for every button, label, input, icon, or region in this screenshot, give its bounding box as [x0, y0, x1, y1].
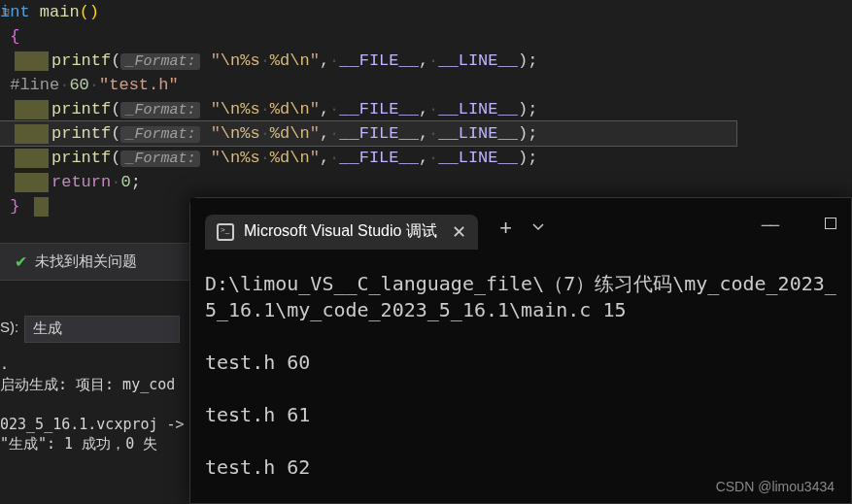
fold-minus-icon[interactable]: ⊟ — [0, 0, 13, 24]
macro-line: __LINE__ — [438, 51, 518, 70]
code-line: printf(_Format: "\n%s·%d\n",·__FILE__,·_… — [0, 97, 852, 121]
keyword-return: return — [51, 173, 111, 191]
terminal-icon — [217, 223, 234, 241]
macro-file: __FILE__ — [339, 149, 419, 167]
terminal-line: test.h 62 — [205, 454, 836, 481]
number-literal: 0 — [120, 173, 130, 191]
macro-file: __FILE__ — [339, 124, 419, 143]
code-line: #line·60·"test.h" — [0, 73, 852, 97]
param-hint: _Format: — [120, 126, 200, 143]
maximize-icon[interactable] — [825, 218, 836, 229]
code-line: { — [0, 24, 852, 49]
terminal-window: Microsoft Visual Studio 调试 ✕ + ── D:\lim… — [189, 197, 852, 504]
indent-guide — [15, 51, 49, 71]
string-literal: "test.h" — [99, 76, 179, 94]
check-circle-icon: ✔ — [15, 252, 27, 271]
param-hint: _Format: — [120, 102, 200, 118]
param-hint: _Format: — [120, 151, 200, 167]
window-controls: ── — [762, 218, 836, 235]
output-source-label: S): — [0, 319, 18, 335]
terminal-line: test.h 61 — [205, 402, 836, 428]
terminal-tab-title: Microsoft Visual Studio 调试 — [244, 221, 437, 242]
terminal-tab[interactable]: Microsoft Visual Studio 调试 ✕ — [205, 215, 478, 250]
problems-status-bar[interactable]: ✔ 未找到相关问题 — [0, 243, 189, 280]
macro-file: __FILE__ — [339, 51, 419, 70]
function-call: printf — [51, 100, 111, 118]
code-line: printf(_Format: "\n%s·%d\n",·__FILE__,·_… — [0, 146, 852, 170]
code-line: ⊟int main() — [0, 0, 852, 24]
param-hint: _Format: — [120, 53, 200, 70]
macro-line: __LINE__ — [438, 149, 518, 167]
macro-line: __LINE__ — [438, 124, 518, 143]
new-tab-button[interactable]: + — [499, 218, 512, 242]
terminal-line: test.h 60 — [205, 350, 836, 376]
indent-guide — [15, 149, 49, 168]
function-call: printf — [51, 124, 111, 143]
terminal-output[interactable]: D:\limou_VS__C_language_file\（7）练习代码\my_… — [190, 252, 851, 500]
watermark: CSDN @limou3434 — [716, 479, 835, 494]
chevron-down-icon[interactable] — [531, 220, 545, 239]
output-log: . 启动生成: 项目: my_cod 023_5_16.1.vcxproj ->… — [0, 354, 189, 454]
function-call: printf — [51, 149, 111, 167]
output-source-dropdown[interactable]: 生成 — [24, 316, 180, 343]
no-issues-text: 未找到相关问题 — [35, 252, 137, 271]
terminal-titlebar[interactable]: Microsoft Visual Studio 调试 ✕ + ── — [190, 198, 851, 252]
indent-guide — [15, 173, 49, 192]
code-line: printf(_Format: "\n%s·%d\n",·__FILE__,·_… — [0, 49, 852, 73]
brace-open: { — [10, 27, 19, 46]
minimize-icon[interactable]: ── — [762, 218, 778, 235]
code-line-active: printf(_Format: "\n%s·%d\n",·__FILE__,·_… — [0, 121, 736, 146]
function-call: printf — [51, 51, 111, 70]
terminal-line: D:\limou_VS__C_language_file\（7）练习代码\my_… — [205, 271, 836, 323]
indent-guide — [15, 100, 49, 119]
close-icon[interactable]: ✕ — [452, 221, 466, 243]
number-literal: 60 — [69, 76, 88, 94]
indent-guide — [15, 124, 49, 144]
macro-line: __LINE__ — [438, 100, 518, 118]
code-line: return·0; — [0, 170, 852, 194]
brace-close: } — [10, 197, 19, 216]
indent-guide — [34, 197, 49, 217]
preprocessor: #line — [10, 76, 59, 94]
function-name: main — [40, 3, 80, 21]
macro-file: __FILE__ — [339, 100, 419, 118]
